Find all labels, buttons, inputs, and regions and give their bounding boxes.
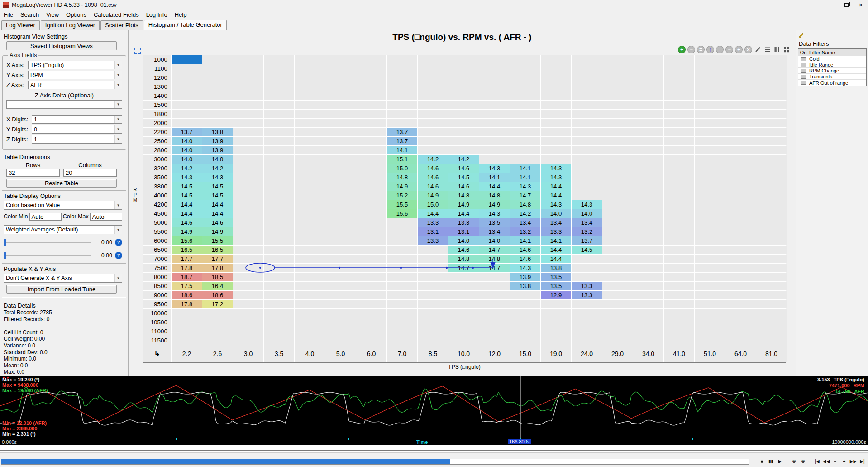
cell-11000-2.6[interactable] (202, 327, 233, 336)
cell-4500-7.0[interactable]: 15.6 (387, 209, 417, 218)
cell-3000-7.0[interactable]: 15.1 (387, 155, 417, 164)
cell-3500-3.5[interactable] (264, 173, 294, 182)
cell-6000-5.0[interactable] (325, 236, 356, 245)
cell-5000-3.0[interactable] (233, 218, 263, 227)
cell-1100-51.0[interactable] (695, 64, 725, 73)
cell-1400-24.0[interactable] (572, 91, 602, 100)
cell-10500-10.0[interactable] (448, 318, 479, 327)
help-button[interactable]: ? (115, 252, 122, 259)
cell-1100-3.5[interactable] (264, 64, 294, 73)
cell-3200-24.0[interactable] (572, 164, 602, 173)
cell-3800-34.0[interactable] (633, 182, 663, 191)
cell-9000-12.0[interactable] (479, 291, 510, 299)
cell-11000-5.0[interactable] (325, 327, 356, 336)
cell-11000-12.0[interactable] (479, 327, 510, 336)
cell-4200-4.0[interactable] (295, 200, 325, 209)
cell-2500-41.0[interactable] (664, 137, 694, 145)
cell-11500-15.0[interactable] (510, 336, 540, 345)
cell-11500-2.2[interactable] (172, 336, 202, 345)
cell-1500-51.0[interactable] (695, 101, 725, 109)
cell-7500-10.0[interactable]: 14.7 (448, 264, 479, 272)
cell-2500-2.2[interactable]: 14.0 (172, 137, 202, 145)
cell-8000-29.0[interactable] (602, 273, 633, 281)
cell-11000-2.2[interactable] (172, 327, 202, 336)
cell-2500-24.0[interactable] (572, 137, 602, 145)
cell-6500-81.0[interactable] (756, 246, 787, 254)
cell-1300-12.0[interactable] (479, 82, 510, 91)
weighting-select[interactable]: Weighted Averages (Default)▼ (4, 225, 122, 234)
cell-6000-19.0[interactable]: 14.1 (541, 236, 571, 245)
cell-4000-81.0[interactable] (756, 191, 787, 200)
cell-9500-41.0[interactable] (664, 300, 694, 308)
cell-7500-4.0[interactable] (295, 264, 325, 272)
cell-1500-34.0[interactable] (633, 101, 663, 109)
cell-1200-29.0[interactable] (602, 73, 633, 82)
cell-1000-51.0[interactable] (695, 55, 725, 64)
cell-1800-3.5[interactable] (264, 110, 294, 118)
cell-8000-4.0[interactable] (295, 273, 325, 281)
cell-4000-7.0[interactable]: 15.2 (387, 191, 417, 200)
cell-1300-2.2[interactable] (172, 82, 202, 91)
cell-1000-2.2[interactable] (172, 55, 202, 64)
cell-5500-7.0[interactable] (387, 227, 417, 236)
cell-1300-64.0[interactable] (725, 82, 756, 91)
cell-4500-4.0[interactable] (295, 209, 325, 218)
cell-2000-4.0[interactable] (295, 119, 325, 127)
cell-2000-7.0[interactable] (387, 119, 417, 127)
cell-3200-19.0[interactable]: 14.3 (541, 164, 571, 173)
cell-4000-15.0[interactable]: 14.7 (510, 191, 540, 200)
cell-2500-15.0[interactable] (510, 137, 540, 145)
cell-10500-5.0[interactable] (325, 318, 356, 327)
cell-2000-2.6[interactable] (202, 119, 233, 127)
cell-7000-5.0[interactable] (325, 255, 356, 263)
import-from-tune-button[interactable]: Import From Loaded Tune (6, 285, 117, 294)
cell-11000-4.0[interactable] (295, 327, 325, 336)
cell-2500-2.6[interactable]: 13.9 (202, 137, 233, 145)
cell-3800-8.5[interactable]: 14.6 (418, 182, 448, 191)
cell-9000-34.0[interactable] (633, 291, 663, 299)
menu-item-view[interactable]: View (43, 10, 62, 19)
cell-5500-2.6[interactable]: 14.9 (202, 227, 233, 236)
cell-8000-64.0[interactable] (725, 273, 756, 281)
cell-6500-2.6[interactable]: 16.5 (202, 246, 233, 254)
cell-2200-10.0[interactable] (448, 128, 479, 136)
cell-1300-7.0[interactable] (387, 82, 417, 91)
cell-2000-19.0[interactable] (541, 119, 571, 127)
cell-2500-5.0[interactable] (325, 137, 356, 145)
cell-1200-10.0[interactable] (448, 73, 479, 82)
cell-7500-12.0[interactable]: 14.7 (479, 264, 510, 272)
cell-5500-24.0[interactable]: 13.2 (572, 227, 602, 236)
cell-5000-51.0[interactable] (695, 218, 725, 227)
cell-4500-2.6[interactable]: 14.4 (202, 209, 233, 218)
cell-4200-51.0[interactable] (695, 200, 725, 209)
cell-1100-29.0[interactable] (602, 64, 633, 73)
cell-1500-5.0[interactable] (325, 101, 356, 109)
cell-2800-29.0[interactable] (602, 146, 633, 154)
cell-3500-6.0[interactable] (356, 173, 386, 182)
cell-5500-3.5[interactable] (264, 227, 294, 236)
cell-4000-10.0[interactable]: 14.8 (448, 191, 479, 200)
cell-1000-6.0[interactable] (356, 55, 386, 64)
skip-start-button[interactable]: |◀ (813, 457, 821, 465)
cell-1200-2.6[interactable] (202, 73, 233, 82)
cell-5000-12.0[interactable]: 13.5 (479, 218, 510, 227)
cell-2200-29.0[interactable] (602, 128, 633, 136)
cell-1100-12.0[interactable] (479, 64, 510, 73)
cell-8000-51.0[interactable] (695, 273, 725, 281)
cell-3500-4.0[interactable] (295, 173, 325, 182)
cell-9500-24.0[interactable] (572, 300, 602, 308)
cell-4000-8.5[interactable]: 14.9 (418, 191, 448, 200)
cell-8000-5.0[interactable] (325, 273, 356, 281)
cell-7000-34.0[interactable] (633, 255, 663, 263)
cell-4200-64.0[interactable] (725, 200, 756, 209)
cell-3200-3.0[interactable] (233, 164, 263, 173)
cell-2200-2.2[interactable]: 13.7 (172, 128, 202, 136)
cell-6500-34.0[interactable] (633, 246, 663, 254)
cell-10500-2.6[interactable] (202, 318, 233, 327)
cell-1000-19.0[interactable] (541, 55, 571, 64)
cell-2800-15.0[interactable] (510, 146, 540, 154)
cell-2200-6.0[interactable] (356, 128, 386, 136)
x-digits-select[interactable]: 1▼ (32, 115, 122, 124)
cell-4500-3.0[interactable] (233, 209, 263, 218)
cell-11500-6.0[interactable] (356, 336, 386, 345)
